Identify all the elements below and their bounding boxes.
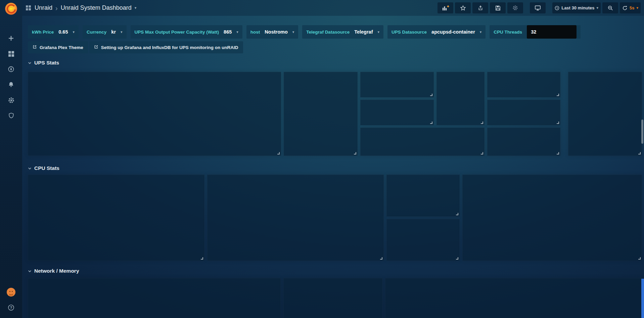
variable-input[interactable]: 32: [527, 25, 577, 39]
refresh-interval-label[interactable]: 5s: [630, 5, 634, 10]
variable-label: UPS Max Output Power Capacity (Watt): [135, 30, 219, 35]
alerting-bell-icon[interactable]: [0, 77, 22, 92]
caret-down-icon: ▾: [236, 30, 238, 34]
save-button[interactable]: [490, 2, 506, 13]
dashboards-button[interactable]: [0, 46, 22, 61]
panel-this-years-cost: [487, 100, 560, 125]
variable-currency[interactable]: Currencykr▾: [83, 25, 127, 39]
variable-ups-datasource[interactable]: UPS Datasourceapcupsd-container▾: [387, 25, 486, 39]
caret-down-icon: ▾: [378, 30, 380, 34]
panel-average-psu-load: [360, 100, 434, 125]
caret-down-icon: ▾: [596, 6, 598, 10]
top-nav: Unraid › Unraid System Dashboard ▾ Last …: [22, 0, 644, 16]
variable-label: UPS Datasource: [392, 30, 427, 35]
breadcrumb-app[interactable]: Unraid: [35, 4, 52, 11]
configuration-gear-icon[interactable]: [0, 92, 22, 108]
breadcrumb-dashboard[interactable]: Unraid System Dashboard: [61, 4, 132, 11]
caret-down-icon[interactable]: ▾: [636, 6, 638, 10]
add-panel-button[interactable]: [438, 2, 453, 13]
toolbar: Last 30 minutes ▾ 5s ▾: [438, 2, 641, 13]
panel-ups-battery-charge: [284, 72, 358, 156]
help-icon[interactable]: ?: [0, 300, 22, 315]
panel-cpu-2-temp: [386, 219, 460, 261]
star-button[interactable]: [455, 2, 471, 13]
breadcrumb: Unraid › Unraid System Dashboard ▾: [35, 4, 136, 11]
server-admin-shield-icon[interactable]: [0, 108, 22, 123]
variable-label: Telegraf Datasource: [306, 30, 350, 35]
section-title: Network / Memory: [34, 268, 79, 274]
link-label: Grafana Plex Theme: [40, 45, 83, 50]
panel-ups-load-percent: [28, 72, 281, 156]
panel-memory: [385, 278, 642, 318]
apps-grid-icon: [26, 5, 31, 11]
caret-down-icon: ▾: [292, 30, 294, 34]
panel-cpu-1: [28, 175, 204, 261]
variable-value[interactable]: Nostromo: [265, 29, 287, 35]
chevron-down-icon: [28, 167, 32, 170]
svg-text:?: ?: [10, 306, 12, 310]
user-avatar[interactable]: [0, 284, 22, 300]
clock-icon: [555, 6, 559, 10]
variable-telegraf-datasource[interactable]: Telegraf DatasourceTelegraf▾: [302, 25, 383, 39]
caret-down-icon: ▾: [73, 30, 75, 34]
dashboard-link-grafana-plex-theme[interactable]: Grafana Plex Theme: [28, 41, 88, 53]
refresh-icon: [622, 5, 628, 11]
dashboard-links-row: Grafana Plex ThemeSetting up Grafana and…: [28, 41, 243, 53]
caret-down-icon[interactable]: ▾: [135, 6, 137, 10]
variable-label: Currency: [87, 30, 106, 35]
variable-ups-max-output-power-capacity-watt[interactable]: UPS Max Output Power Capacity (Watt)865▾: [131, 25, 242, 39]
chevron-right-icon: ›: [55, 5, 58, 11]
panel-network: [28, 278, 281, 318]
time-range-label: Last 30 minutes: [561, 5, 594, 10]
panel-cpu-1-temp: [386, 175, 460, 217]
variable-value[interactable]: kr: [111, 29, 116, 35]
panel-average-daily-cost: [487, 72, 560, 97]
variable-label: kWh Price: [32, 30, 54, 35]
template-variables-row: kWh Price0.65▾Currencykr▾UPS Max Output …: [28, 25, 581, 39]
dashboard-canvas: kWh Price0.65▾Currencykr▾UPS Max Output …: [22, 0, 644, 318]
panel-current-ups-load: [360, 72, 434, 97]
explore-compass-icon[interactable]: [0, 61, 22, 77]
section-title: UPS Stats: [34, 60, 59, 66]
chevron-down-icon: [28, 61, 32, 65]
variable-host[interactable]: hostNostromo▾: [246, 25, 298, 39]
variable-value[interactable]: Telegraf: [354, 29, 373, 35]
external-link-icon: [33, 45, 37, 50]
panel-cpu-2: [462, 175, 642, 261]
refresh-button[interactable]: 5s ▾: [620, 2, 641, 13]
variable-label: host: [250, 30, 260, 35]
time-range-picker[interactable]: Last 30 minutes ▾: [552, 2, 601, 13]
page-scrollbar-thumb-blue[interactable]: [641, 279, 644, 318]
variable-value[interactable]: 0.65: [58, 29, 68, 35]
grafana-logo[interactable]: [4, 2, 18, 16]
section-ups-stats[interactable]: UPS Stats: [28, 60, 59, 66]
page-scrollbar-thumb[interactable]: [641, 120, 643, 144]
chevron-down-icon: [28, 269, 32, 273]
variable-value[interactable]: apcupsd-container: [431, 29, 475, 35]
variable-value[interactable]: 865: [224, 29, 232, 35]
variable-cpu-threads[interactable]: CPU Threads32: [490, 25, 581, 39]
create-button[interactable]: [0, 31, 22, 46]
panel-uptime: [283, 278, 382, 318]
panel-cpu-package: [207, 175, 384, 261]
share-button[interactable]: [472, 2, 488, 13]
panel-current-load-kwh: [360, 128, 485, 156]
caret-down-icon: ▾: [480, 30, 482, 34]
section-title: CPU Stats: [34, 165, 59, 171]
section-network-memory[interactable]: Network / Memory: [28, 268, 79, 274]
section-cpu-stats[interactable]: CPU Stats: [28, 165, 59, 171]
dashboard-link-setting-up-grafana-and-influxd[interactable]: Setting up Grafana and InfluxDB for UPS …: [89, 41, 243, 53]
grafana-app: ? Unraid › Unraid System Dashboard ▾ Las…: [0, 0, 644, 318]
panel-ups-runtime: [436, 72, 485, 125]
panel-ups-load-vs-time-left: [568, 72, 642, 156]
variable-label: CPU Threads: [494, 30, 522, 35]
caret-down-icon: ▾: [121, 30, 123, 34]
variable-kwh-price[interactable]: kWh Price0.65▾: [28, 25, 79, 39]
cycle-view-monitor-button[interactable]: [530, 2, 546, 13]
sidebar: ?: [0, 0, 22, 318]
external-link-icon: [94, 45, 98, 50]
zoom-out-button[interactable]: [602, 2, 618, 13]
settings-button[interactable]: [507, 2, 523, 13]
panel-estimated-yearly-cost: [487, 128, 560, 156]
link-label: Setting up Grafana and InfluxDB for UPS …: [101, 45, 238, 50]
